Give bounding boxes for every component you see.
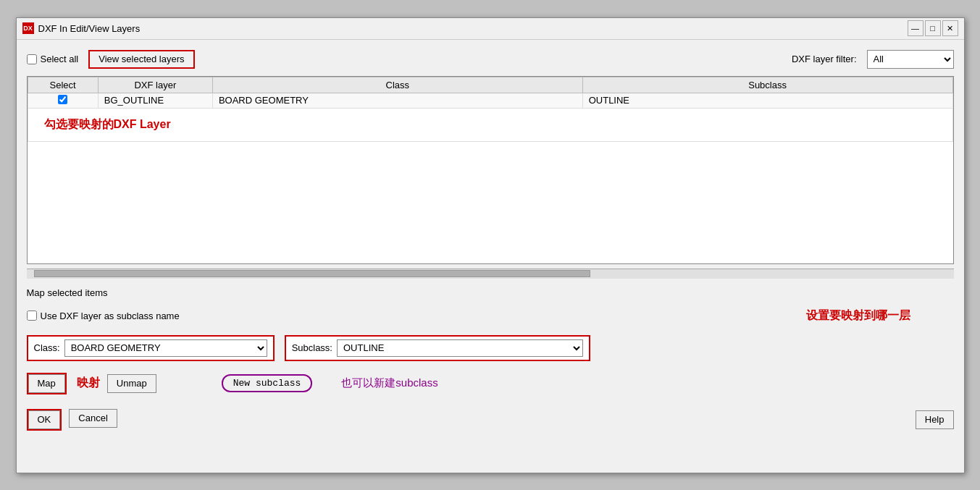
help-button[interactable]: Help [916, 410, 954, 429]
window-title: DXF In Edit/View Layers [38, 23, 141, 34]
main-window: DX DXF In Edit/View Layers — □ ✕ Select … [16, 17, 965, 473]
map-button[interactable]: Map [28, 374, 65, 393]
titlebar-controls: — □ ✕ [908, 20, 958, 36]
table-row: BG_OUTLINE BOARD GEOMETRY OUTLINE [28, 93, 952, 108]
select-all-checkbox-label[interactable]: Select all [27, 54, 79, 64]
layers-table: Select DXF layer Class Subclass BG_OUTLI… [28, 77, 953, 142]
use-dxf-checkbox[interactable] [27, 311, 37, 321]
row-checkbox[interactable] [58, 95, 67, 104]
class-select[interactable]: BOARD GEOMETRY [64, 339, 267, 357]
annotation-new-subclass-text: 也可以新建subclass [341, 376, 437, 390]
col-header-subclass: Subclass [582, 77, 952, 93]
row-class-cell: BOARD GEOMETRY [212, 93, 582, 108]
new-subclass-button[interactable]: New subclass [222, 374, 313, 392]
annotation-dxf-layer: 勾选要映射的DXF Layer [34, 110, 947, 140]
class-label: Class: [34, 342, 60, 353]
bottom-left: OK Cancel [27, 409, 117, 431]
col-header-select: Select [28, 77, 98, 93]
table-annotation-row: 勾选要映射的DXF Layer [28, 108, 952, 141]
col-header-class: Class [212, 77, 582, 93]
use-dxf-row: Use DXF layer as subclass name 设置要映射到哪一层 [27, 304, 954, 328]
row-subclass-cell: OUTLINE [582, 93, 952, 108]
layers-table-container: Select DXF layer Class Subclass BG_OUTLI… [27, 76, 954, 264]
cancel-button[interactable]: Cancel [69, 409, 117, 428]
minimize-button[interactable]: — [908, 20, 924, 36]
row-dxf-cell: BG_OUTLINE [98, 93, 212, 108]
subclass-label: Subclass: [292, 342, 332, 353]
titlebar: DX DXF In Edit/View Layers — □ ✕ [17, 18, 964, 40]
dxf-layer-filter-select[interactable]: All [867, 50, 954, 69]
col-header-dxf: DXF layer [98, 77, 212, 93]
toolbar-row: Select all View selected layers DXF laye… [27, 47, 954, 72]
map-section-label: Map selected items [27, 283, 954, 300]
ok-btn-container: OK [27, 409, 62, 431]
select-all-checkbox[interactable] [27, 54, 37, 64]
class-select-container: Class: BOARD GEOMETRY [27, 335, 275, 361]
scrollbar-thumb[interactable] [34, 270, 590, 277]
subclass-select[interactable]: OUTLINE [337, 339, 583, 357]
bottom-row: OK Cancel Help [27, 403, 954, 434]
ok-button[interactable]: OK [28, 410, 61, 429]
app-icon: DX [22, 22, 34, 34]
view-selected-button[interactable]: View selected layers [88, 50, 194, 69]
class-subclass-row: Class: BOARD GEOMETRY Subclass: OUTLINE [27, 332, 954, 364]
row-select-cell[interactable] [28, 93, 98, 108]
close-button[interactable]: ✕ [942, 20, 958, 36]
use-dxf-label: Use DXF layer as subclass name [41, 311, 180, 321]
horizontal-scrollbar[interactable] [27, 269, 954, 279]
table-annotation-cell: 勾选要映射的DXF Layer [28, 108, 952, 141]
filter-label: DXF layer filter: [792, 54, 857, 64]
titlebar-left: DX DXF In Edit/View Layers [22, 22, 141, 34]
table-header-row: Select DXF layer Class Subclass [28, 77, 952, 93]
action-row: Map 映射 Unmap New subclass 也可以新建subclass [27, 368, 954, 399]
subclass-select-container: Subclass: OUTLINE [285, 335, 590, 361]
maximize-button[interactable]: □ [925, 20, 941, 36]
annotation-map-to: 设置要映射到哪一层 [806, 308, 910, 324]
unmap-button[interactable]: Unmap [107, 374, 156, 393]
use-dxf-checkbox-label[interactable]: Use DXF layer as subclass name [27, 311, 180, 321]
content-area: Select all View selected layers DXF laye… [17, 40, 964, 473]
map-btn-container: Map [27, 373, 67, 394]
select-all-label: Select all [41, 54, 79, 64]
annotation-map-text: 映射 [77, 376, 100, 391]
